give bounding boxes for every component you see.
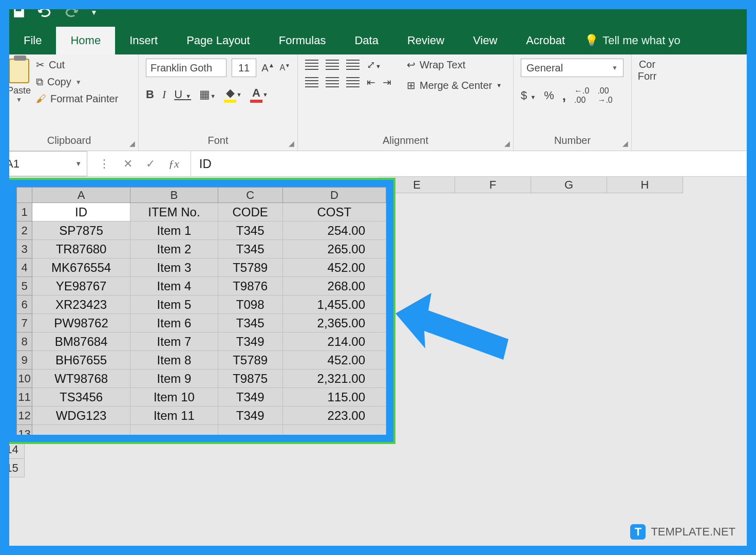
cell[interactable]: 2,321.00 [282,369,386,388]
cell[interactable]: Item 1 [130,221,218,240]
row-header-4[interactable]: 4 [17,258,32,277]
align-center-icon[interactable] [326,77,339,87]
bold-button[interactable]: B [146,88,154,101]
cell[interactable]: 1,455.00 [282,295,386,314]
fx-icon[interactable]: ƒx [168,157,179,171]
enter-icon[interactable]: ✓ [146,157,155,171]
borders-button[interactable]: ▦▼ [199,88,216,101]
cell[interactable]: Item 11 [130,406,218,425]
cell[interactable]: COST [282,203,386,221]
cell[interactable]: WDG123 [32,406,130,425]
cell[interactable]: T5789 [218,258,282,277]
cell[interactable]: PW98762 [32,314,130,332]
align-middle-icon[interactable] [326,60,339,70]
cancel-icon[interactable]: ✕ [123,157,133,171]
select-all-corner[interactable] [17,188,32,203]
cell[interactable]: T345 [218,221,282,240]
dialog-launcher-icon[interactable]: ◢ [504,139,510,147]
cell[interactable]: SP7875 [32,221,130,240]
dialog-launcher-icon[interactable]: ◢ [129,139,135,147]
number-format-select[interactable]: General ▼ [521,59,623,77]
row-header-15[interactable]: 15 [0,459,25,477]
decrease-indent-icon[interactable]: ⇤ [367,76,375,88]
cell[interactable]: T5789 [218,351,282,369]
row-header-6[interactable]: 6 [17,295,32,314]
tab-formulas[interactable]: Formulas [264,27,341,54]
shrink-font-icon[interactable]: A▼ [279,63,290,72]
cell[interactable]: XR23423 [32,295,130,314]
cell[interactable]: 2,365.00 [282,314,386,332]
italic-button[interactable]: I [162,88,166,101]
cell[interactable]: Item 6 [130,314,218,332]
column-header-B[interactable]: B [130,188,218,203]
cell[interactable]: Item 8 [130,351,218,369]
cell[interactable]: Item 9 [130,369,218,388]
save-icon[interactable] [12,6,26,19]
decrease-decimal-button[interactable]: .00→.0 [597,86,612,105]
cell[interactable]: CODE [218,203,282,221]
cell[interactable] [32,425,130,442]
row-header-9[interactable]: 9 [17,351,32,369]
cell[interactable]: BM87684 [32,332,130,351]
cell[interactable]: 223.00 [282,406,386,425]
tab-page-layout[interactable]: Page Layout [172,27,264,54]
tab-view[interactable]: View [459,27,512,54]
tell-me-search[interactable]: 💡Tell me what yo [579,27,686,54]
cell[interactable] [218,425,282,442]
cell[interactable]: Item 3 [130,258,218,277]
align-bottom-icon[interactable] [346,60,360,70]
cell[interactable]: Item 2 [130,240,218,258]
row-header-10[interactable]: 10 [17,369,32,388]
cell[interactable]: BH67655 [32,351,130,369]
wrap-text-button[interactable]: ↩ Wrap Text [407,59,502,71]
undo-icon[interactable] [37,7,52,18]
formula-input[interactable]: ID [191,151,756,176]
cell[interactable]: 452.00 [282,258,386,277]
cell[interactable]: T349 [218,406,282,425]
grow-font-icon[interactable]: A▲ [261,62,274,74]
row-header-1[interactable]: 1 [17,203,32,221]
increase-indent-icon[interactable]: ⇥ [383,76,391,88]
font-color-button[interactable]: A ▼ [250,86,268,103]
name-box[interactable]: A1 ▼ [0,151,87,176]
column-header-H[interactable]: H [607,177,683,193]
row-header-14[interactable]: 14 [0,440,25,459]
tab-file[interactable]: File [9,27,56,54]
tab-home[interactable]: Home [56,27,115,54]
copy-button[interactable]: ⧉ Copy ▼ [36,76,118,88]
currency-button[interactable]: $ ▼ [521,89,536,102]
dialog-launcher-icon[interactable]: ◢ [622,139,628,147]
column-header-F[interactable]: F [455,177,531,193]
cell[interactable]: 452.00 [282,351,386,369]
cell[interactable]: 115.00 [282,388,386,406]
column-header-C[interactable]: C [218,188,282,203]
column-header-G[interactable]: G [531,177,607,193]
row-header-8[interactable]: 8 [17,332,32,351]
cell[interactable]: T349 [218,332,282,351]
row-header-3[interactable]: 3 [17,240,32,258]
cell[interactable]: Item 4 [130,277,218,295]
cell[interactable]: Item 7 [130,332,218,351]
cell[interactable]: T9876 [218,277,282,295]
underline-button[interactable]: U ▼ [174,88,191,101]
cut-button[interactable]: ✂ Cut [36,59,118,71]
chevron-down-icon[interactable]: ▼ [75,160,82,168]
cell[interactable]: ID [32,203,130,221]
cell[interactable]: 265.00 [282,240,386,258]
cell[interactable]: TS3456 [32,388,130,406]
cell[interactable] [282,425,386,442]
increase-decimal-button[interactable]: ←.0.00 [574,86,589,105]
align-right-icon[interactable] [346,77,360,87]
nav-dots-icon[interactable]: ⋮ [99,157,110,171]
cell[interactable]: Item 5 [130,295,218,314]
row-header-5[interactable]: 5 [17,277,32,295]
tab-review[interactable]: Review [393,27,459,54]
cell[interactable]: Item 10 [130,388,218,406]
cell[interactable]: MK676554 [32,258,130,277]
column-header-D[interactable]: D [282,188,386,203]
cell[interactable]: T098 [218,295,282,314]
column-header-A[interactable]: A [32,188,130,203]
cell[interactable]: 268.00 [282,277,386,295]
dialog-launcher-icon[interactable]: ◢ [289,139,294,147]
align-left-icon[interactable] [305,77,318,87]
